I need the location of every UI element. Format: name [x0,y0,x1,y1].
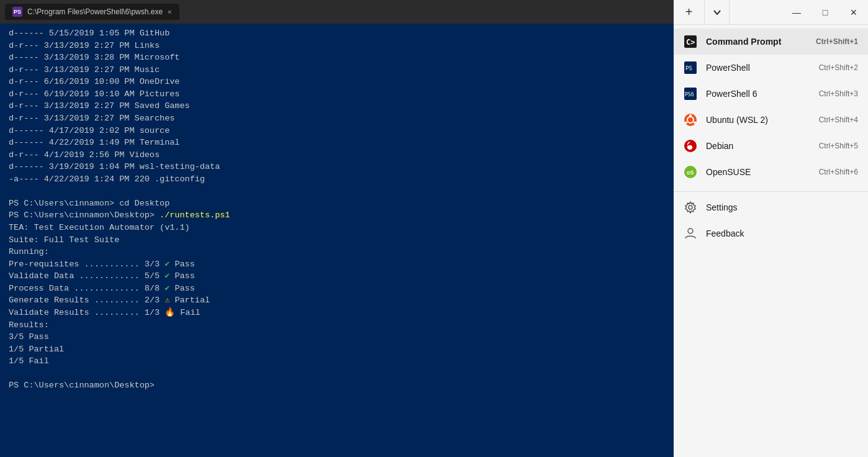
menu-item-cmd[interactable]: C> Command Prompt Ctrl+Shift+1 [674,29,868,55]
debian-circle-icon [684,140,697,152]
svg-text:C>: C> [686,38,695,47]
settings-icon [684,201,697,214]
terminal-line: Validate Data ............ 5/5 ✔ Pass [9,270,665,283]
terminal-line: Results: [9,319,665,332]
ps-icon: PS [684,61,697,74]
terminal-line: -a---- 4/22/2019 1:24 PM 220 .gitconfig [9,173,665,186]
ps6-label: PowerShell 6 [706,89,810,99]
terminal-line: d-r--- 3/13/2019 2:27 PM Links [9,40,665,52]
maximize-button[interactable]: □ [811,0,839,25]
terminal-line: d-r--- 3/13/2019 2:27 PM Saved Games [9,100,665,112]
terminal-line: Suite: Full Test Suite [9,234,665,247]
tab-title: C:\Program Files\PowerShell\6\pwsh.exe [27,7,163,16]
ubuntu-shortcut: Ctrl+Shift+4 [819,115,858,124]
terminal-line: Process Data ............. 8/8 ✔ Pass [9,283,665,295]
ps6-shortcut: Ctrl+Shift+3 [819,89,858,98]
terminal-window: PS C:\Program Files\PowerShell\6\pwsh.ex… [0,0,674,457]
terminal-tab[interactable]: PS C:\Program Files\PowerShell\6\pwsh.ex… [5,4,179,20]
powershell-menu-icon: PS [684,61,697,75]
debian-label: Debian [706,141,810,151]
chevron-down-icon [713,10,721,15]
terminal-line: Generate Results ......... 2/3 ⚠ Partial [9,294,665,307]
terminal-line: d-r--- 6/19/2019 10:10 AM Pictures [9,88,665,101]
opensuse-icon: oS [684,165,697,179]
svg-point-15 [688,228,693,233]
terminal-line: Validate Results ......... 1/3 🔥 Fail [9,307,665,319]
menu-divider [674,191,868,192]
svg-text:PS: PS [685,65,692,71]
terminal-line: d-r--- 4/1/2019 2:56 PM Videos [9,149,665,161]
terminal-blank [9,185,665,197]
terminal-line: PS C:\Users\cinnamon> cd Desktop [9,197,665,210]
terminal-line: d------ 3/19/2019 1:04 PM wsl-testing-da… [9,161,665,173]
opensuse-shortcut: Ctrl+Shift+6 [819,168,858,176]
menu-item-ps6[interactable]: PS6 PowerShell 6 Ctrl+Shift+3 [674,81,868,107]
terminal-line: d-r--- 3/13/2019 2:27 PM Music [9,64,665,76]
cmd-label: Command Prompt [706,37,807,47]
svg-text:oS: oS [687,170,694,176]
debian-icon [684,139,697,153]
terminal-content: d------ 5/15/2019 1:05 PM GitHub d-r--- … [0,24,674,457]
terminal-line: Running: [9,246,665,258]
powershell6-menu-icon: PS6 [684,87,697,101]
minimize-button[interactable]: — [782,0,811,25]
ubuntu-icon [684,113,697,127]
svg-point-8 [689,114,692,117]
terminal-line: d------ 5/15/2019 1:05 PM GitHub [9,27,665,40]
terminal-command-line: PS C:\Users\cinnamon\Desktop> ./runtests… [9,209,665,222]
svg-point-10 [685,122,687,124]
terminal-line: 3/5 Pass [9,331,665,343]
menu-item-feedback[interactable]: Feedback [674,220,868,247]
terminal-line: d------ 4/17/2019 2:02 PM source [9,125,665,137]
title-bar: PS C:\Program Files\PowerShell\6\pwsh.ex… [0,0,674,24]
settings-label: Settings [706,202,858,212]
ps-shortcut: Ctrl+Shift+2 [819,63,858,72]
tab-close-button[interactable]: × [168,8,171,16]
terminal-line: 1/5 Partial [9,343,665,356]
terminal-prompt: PS C:\Users\cinnamon\Desktop> [9,379,665,392]
svg-text:PS6: PS6 [685,92,694,97]
ubuntu-circle-icon [684,114,697,126]
ubuntu-label: Ubuntu (WSL 2) [706,115,810,125]
terminal-line: TEA: Test Execution Automator (v1.1) [9,222,665,234]
ps6-icon: PS6 [684,88,697,100]
debian-shortcut: Ctrl+Shift+5 [819,142,858,150]
terminal-line: d----- 3/13/2019 3:28 PM Microsoft [9,52,665,64]
powershell-icon: PS [12,7,22,17]
dropdown-chevron-button[interactable] [705,0,730,25]
close-button[interactable]: ✕ [839,0,868,25]
opensuse-label: OpenSUSE [706,167,810,177]
cmd-icon: C> [684,35,697,48]
dropdown-panel: + — □ ✕ C> Command Prompt Ctrl+Shift+1 [674,0,868,457]
person-feedback-icon [684,227,697,240]
terminal-blank [9,368,665,380]
feedback-label: Feedback [706,228,858,238]
menu-item-settings[interactable]: Settings [674,194,868,220]
ps-label: PowerShell [706,63,810,73]
cmd-shortcut: Ctrl+Shift+1 [816,37,858,46]
svg-point-9 [694,122,696,124]
opensuse-circle-icon: oS [684,166,697,178]
terminal-line: d-r--- 6/16/2019 10:00 PM OneDrive [9,76,665,88]
command-prompt-icon: C> [684,35,697,48]
terminal-line: Pre-requisites ........... 3/3 ✔ Pass [9,258,665,271]
gear-icon [684,201,697,214]
menu-item-opensuse[interactable]: oS OpenSUSE Ctrl+Shift+6 [674,159,868,185]
top-controls-bar: + — □ ✕ [674,0,868,25]
terminal-line: 1/5 Fail [9,355,665,368]
menu-item-debian[interactable]: Debian Ctrl+Shift+5 [674,133,868,159]
menu-item-ps[interactable]: PS PowerShell Ctrl+Shift+2 [674,55,868,81]
terminal-line: d------ 4/22/2019 1:49 PM Terminal [9,137,665,149]
menu-item-ubuntu[interactable]: Ubuntu (WSL 2) Ctrl+Shift+4 [674,107,868,133]
svg-point-14 [689,206,692,209]
terminal-line: d-r--- 3/13/2019 2:27 PM Searches [9,112,665,125]
new-tab-button[interactable]: + [674,0,705,25]
shell-menu-section: C> Command Prompt Ctrl+Shift+1 PS PowerS… [674,25,868,189]
feedback-icon [684,227,697,240]
